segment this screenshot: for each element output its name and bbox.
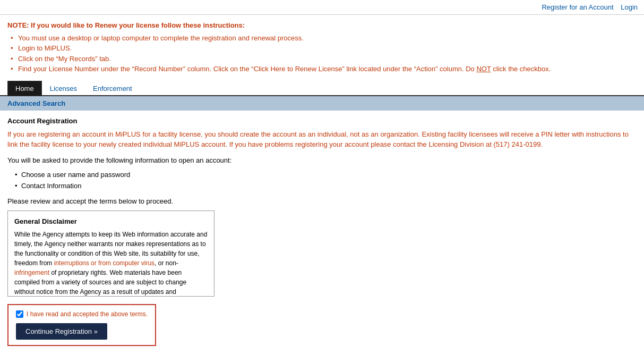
interruptions-link[interactable]: interruptions or from computer virus [54, 259, 154, 267]
disclaimer-content[interactable]: General Disclaimer While the Agency atte… [8, 211, 214, 296]
main-content: Account Registration If you are register… [0, 111, 644, 352]
acceptance-area: I have read and accepted the above terms… [7, 304, 156, 346]
proceed-text: Please review and accept the terms below… [7, 197, 637, 205]
notice-title: NOTE: If you would like to Renew your li… [7, 20, 637, 31]
top-bar: Register for an Account Login [0, 0, 644, 15]
list-item: You must use a desktop or laptop compute… [7, 33, 637, 44]
advanced-search-link[interactable]: Advanced Search [7, 99, 65, 107]
desc-text: You will be asked to provide the followi… [7, 155, 637, 166]
tab-enforcement[interactable]: Enforcement [85, 81, 140, 96]
list-item: Contact Information [15, 181, 637, 192]
tab-home[interactable]: Home [7, 81, 42, 96]
continue-button[interactable]: Continue Registration » [16, 323, 107, 340]
register-link[interactable]: Register for an Account [542, 3, 613, 11]
list-item: Login to MiPLUS. [7, 43, 637, 54]
tab-licenses[interactable]: Licenses [42, 81, 85, 96]
notice-section: NOTE: If you would like to Renew your li… [0, 15, 644, 79]
disclaimer-text: While the Agency attempts to keep its We… [14, 230, 208, 296]
list-item: Click on the “My Records” tab. [7, 54, 637, 64]
sub-nav: Advanced Search [0, 96, 644, 111]
nav-tabs: Home Licenses Enforcement [0, 81, 644, 96]
disclaimer-box: General Disclaimer While the Agency atte… [7, 210, 214, 297]
info-text: If you are registering an account in MiP… [7, 129, 637, 150]
checkbox-label: I have read and accepted the above terms… [27, 310, 148, 318]
disclaimer-title: General Disclaimer [14, 216, 208, 227]
list-item: Choose a user name and password [15, 170, 637, 181]
notice-list: You must use a desktop or laptop compute… [7, 33, 637, 74]
login-link[interactable]: Login [621, 3, 638, 11]
section-title: Account Registration [7, 117, 637, 125]
list-item: Find your License Number under the “Reco… [7, 64, 637, 74]
accept-checkbox[interactable] [16, 310, 23, 318]
checkbox-row: I have read and accepted the above terms… [16, 310, 148, 318]
infringement-link[interactable]: infringement [14, 269, 49, 276]
info-list: Choose a user name and password Contact … [7, 170, 637, 192]
